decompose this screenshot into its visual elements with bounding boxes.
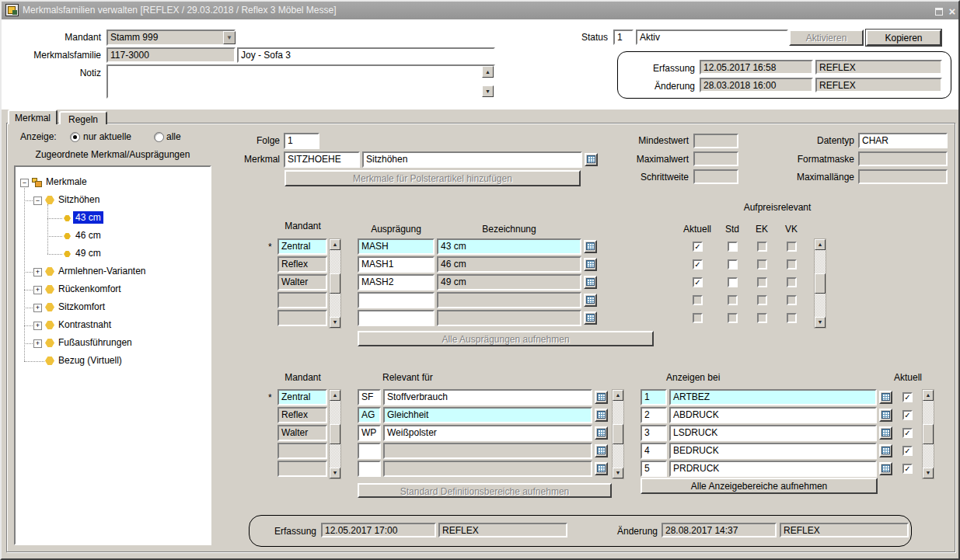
mandant-cell[interactable]: Zentral (278, 389, 327, 405)
scroll-up-icon[interactable] (613, 390, 623, 401)
radio-alle[interactable] (154, 132, 164, 142)
auspraegung-cell[interactable]: MASH2 (358, 274, 435, 290)
mandant-field[interactable]: Stamm 999 (106, 30, 236, 46)
tree-expand-icon[interactable] (33, 322, 42, 330)
maximallaenge-field[interactable] (858, 169, 948, 184)
tree-expand-icon[interactable] (33, 339, 42, 348)
radio-nur-aktuelle-label[interactable]: nur aktuelle (83, 131, 131, 142)
auspraegung-scrollbar[interactable] (814, 238, 826, 329)
datentyp-field[interactable]: CHAR (858, 133, 948, 148)
lov-button[interactable] (584, 240, 597, 253)
lov-button[interactable] (879, 426, 892, 440)
lov-button[interactable] (595, 462, 608, 475)
lov-button[interactable] (595, 391, 608, 404)
merkmal-tree[interactable]: Merkmale Sitzhöhen 43 cm 46 cm 49 cm Arm… (14, 165, 211, 545)
mandant-cell[interactable]: Zentral (278, 238, 327, 255)
bezeichnung-cell[interactable]: 46 cm (437, 256, 581, 273)
scroll-down-icon[interactable] (330, 317, 340, 328)
scroll-up-icon[interactable] (330, 390, 340, 401)
lov-button[interactable] (595, 426, 608, 440)
lov-button[interactable] (879, 462, 892, 475)
tree-item-fussausfuehrungen[interactable]: Fußausführungen (56, 336, 134, 349)
scroll-down-icon[interactable] (923, 468, 934, 478)
scroll-up-icon[interactable] (815, 239, 826, 250)
relevant-code-cell[interactable] (358, 461, 381, 477)
aktuell-checkbox[interactable]: ✓ (902, 446, 913, 456)
radio-alle-label[interactable]: alle (166, 131, 181, 142)
auspraegung-cell[interactable]: MASH (358, 238, 435, 255)
tree-item-46cm[interactable]: 46 cm (73, 229, 103, 242)
scroll-down-icon[interactable] (613, 468, 623, 478)
scroll-thumb[interactable] (923, 424, 934, 444)
lov-button[interactable] (584, 294, 597, 307)
tree-expand-icon[interactable] (33, 286, 42, 294)
formatmaske-field[interactable] (858, 151, 948, 166)
bezeichnung-cell[interactable] (437, 292, 581, 308)
aktuell-checkbox[interactable]: ✓ (902, 392, 913, 402)
anzeige-nr-cell[interactable]: 4 (641, 443, 667, 459)
scroll-down-icon[interactable] (815, 317, 826, 328)
anzeige-nr-cell[interactable]: 5 (641, 461, 667, 477)
mandant-scrollbar[interactable] (329, 238, 341, 329)
alle-anzeigebereiche-button[interactable]: Alle Anzeigebereiche aufnehmen (641, 478, 878, 494)
anzeige-name-cell[interactable]: PRDRUCK (669, 461, 877, 477)
lov-button[interactable] (584, 258, 597, 271)
std-checkbox[interactable] (728, 259, 738, 270)
mandant-cell[interactable] (278, 292, 327, 308)
aktuell-checkbox[interactable]: ✓ (693, 277, 703, 287)
anzeige-name-cell[interactable]: ABDRUCK (669, 407, 877, 423)
close-icon[interactable] (946, 5, 958, 16)
notiz-scroll-up-icon[interactable] (482, 66, 494, 78)
maximalwert-field[interactable] (693, 151, 738, 166)
tree-expand-icon[interactable] (33, 268, 42, 277)
anzeigen-scrollbar[interactable] (922, 389, 934, 479)
lov-button[interactable] (584, 311, 597, 325)
mandant-cell[interactable]: Reflex (278, 256, 327, 273)
scroll-up-icon[interactable] (330, 239, 340, 250)
merkmal-name-field[interactable]: Sitzhöhen (362, 151, 582, 168)
bezeichnung-cell[interactable] (437, 310, 581, 326)
radio-nur-aktuelle[interactable] (70, 132, 80, 142)
notiz-input[interactable] (106, 64, 495, 99)
scroll-thumb[interactable] (330, 273, 340, 294)
tree-item-sitzkomfort[interactable]: Sitzkomfort (56, 301, 107, 313)
mandant-cell[interactable]: Walter (278, 425, 327, 441)
relevant-code-cell[interactable]: AG (358, 407, 381, 423)
scroll-down-icon[interactable] (330, 468, 340, 478)
relevant-name-cell[interactable]: Stoffverbrauch (383, 389, 592, 405)
anzeige-nr-cell[interactable]: 3 (641, 425, 667, 441)
tree-item-rueckenkomfort[interactable]: Rückenkomfort (56, 283, 124, 295)
auspraegung-cell[interactable] (358, 292, 435, 308)
tree-expand-icon[interactable] (33, 304, 42, 312)
tree-item-bezug[interactable]: Bezug (Virtuell) (56, 354, 124, 367)
tab-merkmal[interactable]: Merkmal (8, 110, 58, 124)
scroll-thumb[interactable] (613, 424, 623, 444)
aktuell-checkbox[interactable]: ✓ (902, 428, 913, 438)
lov-button[interactable] (879, 409, 892, 422)
folge-field[interactable]: 1 (284, 133, 319, 149)
mandant-cell[interactable] (278, 310, 327, 326)
tab-regeln[interactable]: Regeln (59, 111, 107, 124)
lov-button[interactable] (879, 391, 892, 404)
std-checkbox[interactable] (728, 242, 738, 252)
lov-button[interactable] (595, 409, 608, 422)
kopieren-button[interactable]: Kopieren (866, 30, 941, 46)
tree-item-sitzhoehen[interactable]: Sitzhöhen (56, 193, 102, 206)
mandant-cell[interactable]: Reflex (278, 407, 327, 423)
aktuell-checkbox[interactable]: ✓ (693, 259, 703, 270)
anzeige-nr-cell[interactable]: 1 (641, 389, 667, 405)
aktuell-checkbox[interactable]: ✓ (902, 464, 913, 474)
bezeichnung-cell[interactable]: 49 cm (437, 274, 581, 290)
aktuell-checkbox[interactable]: ✓ (693, 242, 703, 252)
scroll-thumb[interactable] (815, 273, 826, 294)
relevant-name-cell[interactable] (383, 461, 592, 477)
mandant-cell[interactable]: Walter (278, 274, 327, 290)
mandant-dropdown-icon[interactable] (223, 31, 236, 44)
relevant-name-cell[interactable]: Weißpolster (383, 425, 592, 441)
mandant-scrollbar[interactable] (329, 389, 341, 479)
merkmal-code-field[interactable]: SITZHOEHE (284, 151, 360, 168)
relevant-code-cell[interactable]: WP (358, 425, 381, 441)
restore-icon[interactable] (933, 5, 945, 16)
notiz-scroll-down-icon[interactable] (482, 85, 494, 97)
mandant-cell[interactable] (278, 443, 327, 459)
